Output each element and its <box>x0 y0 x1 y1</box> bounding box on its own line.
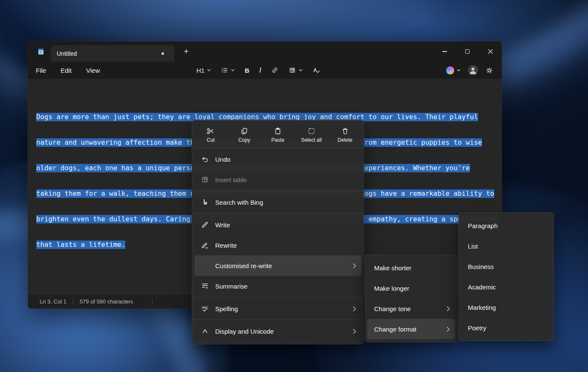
submenu-item-list[interactable]: List <box>461 236 551 256</box>
list-dropdown[interactable] <box>217 64 238 77</box>
minimize-icon <box>442 51 447 52</box>
svg-text:ABC: ABC <box>202 306 208 309</box>
notepad-app-icon <box>37 48 45 55</box>
copilot-dropdown[interactable] <box>443 64 464 77</box>
italic-button[interactable]: I <box>256 64 265 77</box>
gear-icon <box>485 66 493 74</box>
menu-separator <box>193 213 363 214</box>
status-divider <box>73 298 73 305</box>
submenu-item-label: Make shorter <box>374 264 450 272</box>
submenu-item-label: List <box>468 243 546 250</box>
chevron-right-icon <box>447 326 450 332</box>
menu-item-customised-rewrite[interactable]: Customised re-write <box>194 255 361 276</box>
chevron-right-icon <box>447 306 450 312</box>
menu-separator <box>193 320 363 320</box>
cursor-position: Ln 3, Col 1 <box>40 298 66 305</box>
bing-icon <box>200 198 210 206</box>
maximize-button[interactable] <box>456 41 479 62</box>
quick-actions-row: Cut Copy Paste <box>192 123 363 147</box>
tab-untitled[interactable]: Untitled <box>51 45 174 62</box>
tab-title: Untitled <box>57 50 161 57</box>
chevron-right-icon <box>353 306 356 312</box>
link-icon <box>271 66 279 74</box>
submenu-item-paragraph[interactable]: Paragraph <box>461 215 551 236</box>
paste-button[interactable]: Paste <box>261 123 295 147</box>
link-button[interactable] <box>268 64 282 77</box>
submenu-item-poetry[interactable]: Poetry <box>461 318 551 338</box>
minimize-button[interactable] <box>433 41 456 62</box>
submenu-item-academic[interactable]: Academic <box>461 277 551 297</box>
bold-button[interactable]: B <box>241 64 253 77</box>
menu-file[interactable]: File <box>30 64 52 77</box>
close-button[interactable] <box>479 41 502 62</box>
menu-separator <box>193 148 363 148</box>
toolbar-right <box>443 62 497 79</box>
settings-button[interactable] <box>482 64 497 77</box>
menu-item-label: Summarise <box>215 283 356 290</box>
menu-edit[interactable]: Edit <box>55 64 77 77</box>
quick-action-label: Paste <box>271 137 285 143</box>
menu-view[interactable]: View <box>81 64 105 77</box>
cut-button[interactable]: Cut <box>194 123 228 147</box>
chevron-right-icon <box>353 329 356 334</box>
table-icon <box>288 66 296 74</box>
list-icon <box>221 66 228 74</box>
menu-separator <box>193 297 363 298</box>
submenu-item-make-longer[interactable]: Make longer <box>367 278 455 298</box>
menu-item-write[interactable]: Write <box>194 215 361 235</box>
menu-item-insert-table[interactable]: Insert table <box>194 169 361 190</box>
submenu-item-label: Marketing <box>468 304 546 311</box>
submenu-item-label: Business <box>468 263 546 270</box>
submenu-item-business[interactable]: Business <box>461 256 551 277</box>
menu-item-label: Insert table <box>215 176 356 183</box>
menu-item-spelling[interactable]: ABC Spelling <box>194 298 361 319</box>
chevron-down-icon <box>207 69 211 72</box>
clipboard-icon <box>274 127 282 135</box>
delete-button[interactable]: Delete <box>328 123 362 147</box>
quick-action-label: Delete <box>337 137 352 143</box>
account-avatar[interactable] <box>468 65 478 75</box>
toolbar: File Edit View H1 <box>28 62 502 79</box>
desktop: Untitled + File Edit View <box>0 0 588 372</box>
quick-action-label: Cut <box>207 137 215 143</box>
menu-item-rewrite[interactable]: Rewrite <box>194 235 361 255</box>
quick-action-label: Copy <box>238 137 250 143</box>
copy-button[interactable]: Copy <box>228 123 261 147</box>
undo-icon <box>200 155 210 163</box>
select-all-button[interactable]: Select all <box>294 123 328 147</box>
menu-item-summarise[interactable]: Summarise <box>194 276 361 296</box>
menu-item-display-and-unicode[interactable]: Display and Unicode <box>194 321 361 341</box>
menu-item-label: Undo <box>215 156 356 163</box>
menu-bar: File Edit View <box>30 62 105 79</box>
person-icon <box>468 65 478 75</box>
submenu-item-change-format[interactable]: Change format <box>367 319 455 339</box>
menu-item-search-with-bing[interactable]: Search with Bing <box>194 192 361 212</box>
rewrite-submenu: Make shorter Make longer Change tone Cha… <box>365 255 458 342</box>
spellcheck-button[interactable] <box>309 64 324 77</box>
title-bar: Untitled + <box>28 41 502 62</box>
window-controls <box>433 41 502 62</box>
submenu-item-change-tone[interactable]: Change tone <box>367 298 455 319</box>
maximize-icon <box>465 49 470 54</box>
table-dropdown[interactable] <box>285 64 306 77</box>
chevron-down-icon <box>299 69 303 72</box>
copy-icon <box>240 127 248 135</box>
pencil-icon <box>200 220 210 229</box>
character-count: 579 of 580 characters <box>80 298 133 305</box>
new-tab-button[interactable]: + <box>181 46 192 57</box>
submenu-item-make-shorter[interactable]: Make shorter <box>367 258 455 278</box>
menu-item-undo[interactable]: Undo <box>194 149 361 169</box>
heading-label: H1 <box>196 67 205 74</box>
copilot-icon <box>446 66 454 74</box>
submenu-item-marketing[interactable]: Marketing <box>461 297 551 318</box>
bold-label: B <box>245 67 249 74</box>
scissors-icon <box>206 127 215 135</box>
spelling-icon: ABC <box>200 304 210 313</box>
menu-item-label: Display and Unicode <box>215 328 353 335</box>
select-all-icon <box>307 127 316 135</box>
heading-dropdown[interactable]: H1 <box>193 64 214 77</box>
italic-label: I <box>259 66 261 74</box>
submenu-item-label: Paragraph <box>468 222 546 229</box>
trash-icon <box>341 127 349 135</box>
caret-icon <box>200 327 210 335</box>
